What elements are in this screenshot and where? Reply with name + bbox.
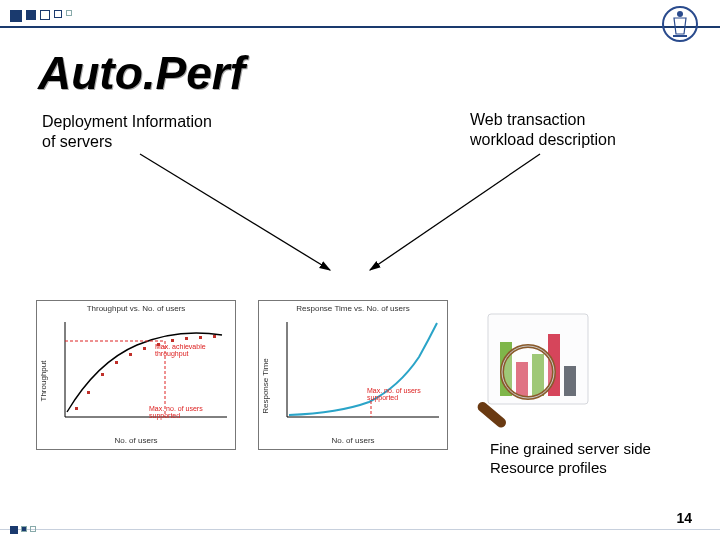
text-line: workload description xyxy=(470,130,616,150)
resource-profiles-icon xyxy=(470,300,620,430)
text-line: of servers xyxy=(42,132,212,152)
svg-rect-6 xyxy=(75,407,78,410)
y-axis-label: Throughput xyxy=(39,361,48,402)
input-label-deployment: Deployment Information of servers xyxy=(42,112,212,152)
text-line: Fine grained server side xyxy=(490,440,651,459)
page-number: 14 xyxy=(676,510,692,526)
svg-rect-27 xyxy=(564,366,576,396)
output-row: Throughput vs. No. of users Throughput xyxy=(36,300,620,450)
svg-rect-11 xyxy=(143,347,146,350)
chart-annotation: Max. no. of users supported xyxy=(149,405,229,419)
svg-rect-14 xyxy=(185,337,188,340)
svg-point-1 xyxy=(677,11,683,17)
x-axis-label: No. of users xyxy=(259,436,447,447)
svg-line-2 xyxy=(140,154,330,270)
svg-rect-7 xyxy=(87,391,90,394)
svg-line-3 xyxy=(370,154,540,270)
chart-annotation: Max. achievable throughput xyxy=(155,343,229,357)
svg-rect-16 xyxy=(213,335,216,338)
chart-annotation: Max. no. of users supported xyxy=(367,387,443,401)
chart-title: Throughput vs. No. of users xyxy=(37,301,235,313)
header-divider xyxy=(0,26,720,28)
slide-title: Auto.Perf xyxy=(38,46,245,100)
svg-rect-10 xyxy=(129,353,132,356)
text-line: Resource profiles xyxy=(490,459,651,478)
chart-title: Response Time vs. No. of users xyxy=(259,301,447,313)
footer-divider xyxy=(0,529,720,530)
text-line: Web transaction xyxy=(470,110,616,130)
output-label-profiles: Fine grained server side Resource profil… xyxy=(490,440,651,478)
text-line: Deployment Information xyxy=(42,112,212,132)
svg-rect-8 xyxy=(101,373,104,376)
chart-response-time: Response Time vs. No. of users Response … xyxy=(258,300,448,450)
svg-rect-13 xyxy=(171,339,174,342)
arrows xyxy=(0,150,720,280)
input-label-workload: Web transaction workload description xyxy=(470,110,616,150)
footer-squares xyxy=(10,526,36,534)
y-axis-label: Response Time xyxy=(261,358,270,414)
institute-logo xyxy=(658,2,702,46)
chart-throughput: Throughput vs. No. of users Throughput xyxy=(36,300,236,450)
svg-rect-9 xyxy=(115,361,118,364)
svg-rect-15 xyxy=(199,336,202,339)
x-axis-label: No. of users xyxy=(37,436,235,447)
header-squares xyxy=(10,10,72,22)
